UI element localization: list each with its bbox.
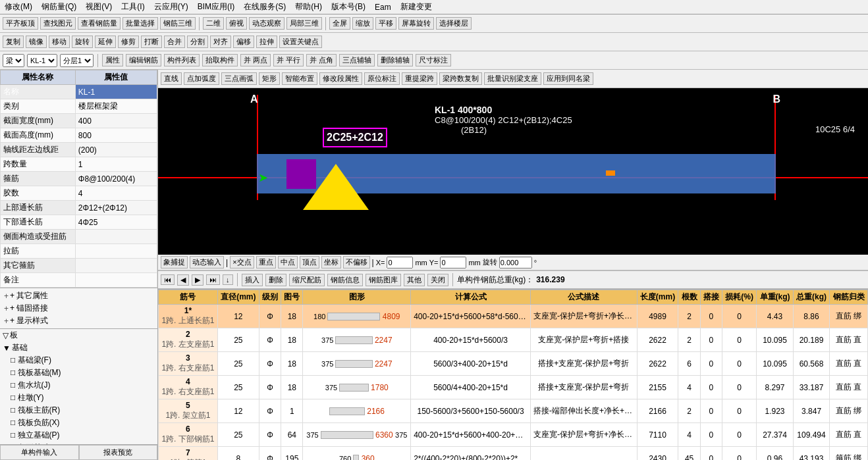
btn-split[interactable]: 分割 (187, 36, 208, 48)
tree-raft[interactable]: □ 筏板基础(M) (8, 367, 157, 379)
btn-break[interactable]: 打断 (141, 36, 162, 48)
btn-endpoint[interactable]: 重点 (256, 256, 276, 268)
btn-trim[interactable]: 修剪 (118, 36, 139, 48)
x-input[interactable] (387, 257, 413, 268)
btn-vertex[interactable]: 顶点 (300, 256, 319, 268)
tree-foundation[interactable]: ▼基础 (0, 342, 157, 354)
menu-item-new-change[interactable]: 新建变更 (398, 1, 434, 13)
btn-other[interactable]: 其他 (404, 274, 425, 286)
btn-three-arc[interactable]: 三点画弧 (221, 72, 257, 85)
btn-copy[interactable]: 复制 (3, 36, 24, 48)
btn-offset[interactable]: 偏移 (233, 36, 254, 48)
btn-delete[interactable]: 删除 (265, 274, 286, 286)
btn-dynamic-view[interactable]: 动态观察 (249, 17, 285, 30)
tree-board[interactable]: ▽板 (0, 329, 157, 342)
tree-sump[interactable]: □ 焦水坑(J) (8, 379, 157, 392)
btn-pan[interactable]: 平移 (375, 17, 396, 30)
btn-select-floor[interactable]: 选择楼层 (436, 17, 472, 30)
btn-rebar-lib[interactable]: 钢筋图库 (366, 274, 401, 286)
other-props-item[interactable]: ++ 其它属性 (1, 290, 156, 302)
menu-item-modify[interactable]: 修改(M) (3, 1, 34, 13)
prop-row-value-2[interactable]: 400 (75, 114, 157, 128)
table-row[interactable]: 41跨. 右支座筋125Φ18375 17805600/4+400-20+15*… (159, 376, 868, 399)
beam-id-select[interactable]: KL-1 (27, 54, 57, 67)
menu-item-view[interactable]: 视图(V) (84, 1, 114, 13)
prop-row-value-11[interactable] (75, 244, 157, 259)
menu-item-cloud[interactable]: 云应用(Y) (152, 1, 190, 13)
anchor-lap-item[interactable]: ++ 锚固搭接 (1, 302, 156, 315)
tree-column-cap[interactable]: □ 柱墩(Y) (8, 392, 157, 404)
btn-apply-same[interactable]: 应用到同名梁 (543, 72, 593, 85)
prop-row-value-1[interactable]: 楼层框架梁 (75, 99, 157, 114)
data-table-container[interactable]: 筋号 直径(mm) 级别 图号 图形 计算公式 公式描述 长度(mm) 根数 搭… (158, 289, 868, 460)
btn-property[interactable]: 属性 (102, 54, 123, 66)
tree-raft-neg[interactable]: □ 筏板负筋(X) (8, 417, 157, 429)
btn-fullscreen[interactable]: 全屏 (329, 17, 350, 30)
btn-midpoint[interactable]: 中点 (278, 256, 298, 268)
btn-set-keypoint[interactable]: 设置关键点 (279, 36, 322, 48)
btn-extend[interactable]: 延伸 (95, 36, 116, 48)
btn-dynamic-input[interactable]: 动态输入 (190, 256, 224, 268)
display-style-item[interactable]: ++ 显示样式 (1, 315, 156, 327)
btn-local-3d[interactable]: 局部三维 (286, 17, 322, 30)
prop-row-value-13[interactable] (75, 273, 157, 288)
btn-single-input[interactable]: 单构件输入 (0, 445, 79, 460)
btn-screen-rotate[interactable]: 屏幕旋转 (398, 17, 434, 30)
cad-canvas[interactable]: KL-1 400*800 C8@100/200(4) 2C12+(2B12);4… (158, 88, 868, 255)
btn-three-axis[interactable]: 三点辅轴 (339, 54, 375, 66)
prop-row-value-7[interactable]: 4 (75, 186, 157, 201)
btn-nav-last[interactable]: ⏭ (206, 274, 220, 285)
btn-del-axis[interactable]: 删除辅轴 (377, 54, 413, 66)
btn-nav-next[interactable]: ▶ (192, 274, 203, 286)
btn-nav-prev[interactable]: ◀ (177, 274, 189, 286)
table-row[interactable]: 71跨. 箍筋18Φ195760 3602*((400-2*20)+(800-2… (159, 447, 868, 461)
btn-nav-first[interactable]: ⏮ (161, 274, 175, 285)
btn-smart-place[interactable]: 智能布置 (282, 72, 317, 85)
btn-copy-span[interactable]: 梁跨数复制 (439, 72, 482, 85)
btn-scale-rebar[interactable]: 缩尺配筋 (289, 274, 325, 286)
btn-modify-seg[interactable]: 修改段属性 (319, 72, 362, 85)
prop-row-value-8[interactable]: 2Φ12+(2Φ12) (75, 201, 157, 215)
btn-mirror[interactable]: 镜像 (26, 36, 47, 48)
menu-item-help[interactable]: 帮助(H) (293, 1, 324, 13)
btn-point-angle[interactable]: 并 点角 (306, 54, 337, 66)
beam-type-select[interactable]: 梁 (3, 54, 24, 67)
tree-foundation-beam[interactable]: □ 基础梁(F) (8, 354, 157, 367)
btn-rect[interactable]: 矩形 (259, 72, 280, 85)
btn-stretch[interactable]: 拉伸 (256, 36, 277, 48)
btn-view-rebar[interactable]: 查看钢筋量 (78, 17, 121, 30)
btn-nav-down[interactable]: ↓ (223, 274, 233, 285)
btn-intersection[interactable]: ×交点 (230, 256, 254, 268)
prop-row-value-3[interactable]: 800 (75, 128, 157, 143)
prop-row-value-9[interactable]: 4Φ25 (75, 215, 157, 230)
table-row[interactable]: 1*1跨. 上通长筋112Φ18180 4809400-20+15*d+5600… (159, 305, 868, 328)
btn-zoom[interactable]: 缩放 (352, 17, 373, 30)
btn-batch-support[interactable]: 批量识别梁支座 (484, 72, 541, 85)
btn-pickup[interactable]: 抬取构件 (202, 54, 238, 66)
menu-item-tools[interactable]: 工具(I) (119, 1, 146, 13)
btn-in-place[interactable]: 原位标注 (364, 72, 400, 85)
btn-dim[interactable]: 尺寸标注 (416, 54, 451, 66)
prop-row-value-4[interactable]: (200) (75, 143, 157, 157)
btn-rebar-info[interactable]: 钢筋信息 (327, 274, 363, 286)
btn-arc-point[interactable]: 点加弧度 (184, 72, 219, 85)
tree-raft-main[interactable]: □ 筏板主筋(R) (8, 404, 157, 417)
btn-find-elem[interactable]: 查找图元 (40, 17, 76, 30)
menu-item-bim[interactable]: BIM应用(I) (196, 1, 237, 13)
btn-line[interactable]: 直线 (161, 72, 182, 85)
btn-snap-capture[interactable]: 象捕捉 (161, 256, 188, 268)
prop-row-value-5[interactable]: 1 (75, 157, 157, 172)
prop-row-value-12[interactable] (75, 259, 157, 273)
btn-flat-top[interactable]: 平齐板顶 (3, 17, 38, 30)
btn-batch-select[interactable]: 批量选择 (122, 17, 158, 30)
btn-no-offset[interactable]: 不偏移 (343, 256, 370, 268)
table-row[interactable]: 51跨. 架立筋112Φ1 2166150-5600/3+5600+150-56… (159, 399, 868, 423)
btn-top-view[interactable]: 俯视 (226, 17, 247, 30)
prop-row-value-10[interactable] (75, 230, 157, 244)
table-row[interactable]: 21跨. 左支座筋125Φ18375 2247400-20+15*d+5600/… (159, 328, 868, 352)
btn-coord[interactable]: 坐标 (321, 256, 341, 268)
btn-rotate[interactable]: 旋转 (72, 36, 93, 48)
table-row[interactable]: 31跨. 右支座筋125Φ18375 22475600/3+400-20+15*… (159, 352, 868, 376)
menu-item-online[interactable]: 在线服务(S) (242, 1, 288, 13)
tree-isolated[interactable]: □ 独立基础(P) (8, 429, 157, 442)
